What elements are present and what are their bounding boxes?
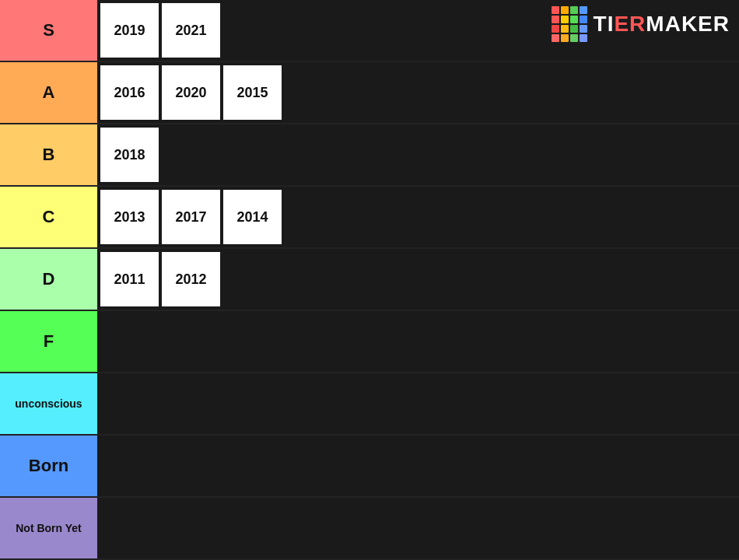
logo-grid-cell [561, 25, 569, 33]
tier-label-notborn: Not Born Yet [0, 498, 97, 558]
tier-item[interactable]: 2011 [100, 252, 159, 306]
tier-item[interactable]: 2016 [100, 65, 159, 120]
tier-label-s: S [0, 0, 97, 61]
logo-grid-cell [580, 25, 587, 33]
tier-label-b: B [0, 124, 97, 185]
tier-label-c: C [0, 187, 97, 247]
tier-label-unconscious: unconscious [0, 373, 97, 434]
tier-item[interactable]: 2015 [223, 65, 282, 120]
tier-items-d: 20112012 [97, 249, 739, 310]
tier-item[interactable]: 2014 [223, 190, 282, 244]
tier-row-b: B2018 [0, 124, 739, 187]
tier-item[interactable]: 2019 [100, 3, 159, 58]
tier-label-d: D [0, 249, 97, 310]
logo-grid-cell [580, 6, 587, 14]
logo-grid-cell [570, 16, 578, 23]
tier-item[interactable]: 2013 [100, 190, 159, 244]
logo-grid-cell [552, 25, 559, 33]
tier-row-notborn: Not Born Yet [0, 498, 739, 560]
logo-grid-cell [561, 34, 569, 42]
tier-item[interactable]: 2018 [100, 128, 159, 182]
tier-items-b: 2018 [97, 124, 739, 185]
logo-grid-cell [561, 16, 569, 23]
logo-grid-cell [570, 34, 578, 42]
logo-text: TiERMAKER [594, 12, 730, 37]
tier-row-born: Born [0, 436, 739, 498]
tier-label-born: Born [0, 436, 97, 496]
tier-label-f: F [0, 311, 97, 372]
tier-row-a: A201620202015 [0, 62, 739, 124]
logo-grid-cell [552, 6, 559, 14]
tier-label-a: A [0, 62, 97, 123]
page-wrapper: TiERMAKER S20192021A201620202015B2018C20… [0, 0, 739, 560]
tier-row-c: C201320172014 [0, 187, 739, 249]
logo-grid-cell [570, 6, 578, 14]
tier-item[interactable]: 2012 [162, 252, 220, 306]
tier-item[interactable]: 2017 [162, 190, 220, 244]
tier-items-a: 201620202015 [97, 62, 739, 123]
tier-row-d: D20112012 [0, 249, 739, 311]
header: TiERMAKER [552, 6, 730, 42]
tier-item[interactable]: 2020 [162, 65, 220, 120]
tier-items-notborn [97, 498, 739, 558]
tier-row-f: F [0, 311, 739, 373]
tier-items-c: 201320172014 [97, 187, 739, 247]
tier-row-unconscious: unconscious [0, 373, 739, 436]
logo-grid-cell [580, 16, 587, 23]
logo-grid-cell [552, 34, 559, 42]
tier-items-unconscious [97, 373, 739, 434]
tier-item[interactable]: 2021 [162, 3, 220, 58]
tier-items-born [97, 436, 739, 496]
logo-grid [552, 6, 587, 42]
logo-grid-cell [561, 6, 569, 14]
logo-grid-cell [552, 16, 559, 23]
logo: TiERMAKER [552, 6, 730, 42]
logo-grid-cell [570, 25, 578, 33]
tier-list: S20192021A201620202015B2018C201320172014… [0, 0, 739, 560]
tier-items-f [97, 311, 739, 372]
logo-grid-cell [580, 34, 587, 42]
